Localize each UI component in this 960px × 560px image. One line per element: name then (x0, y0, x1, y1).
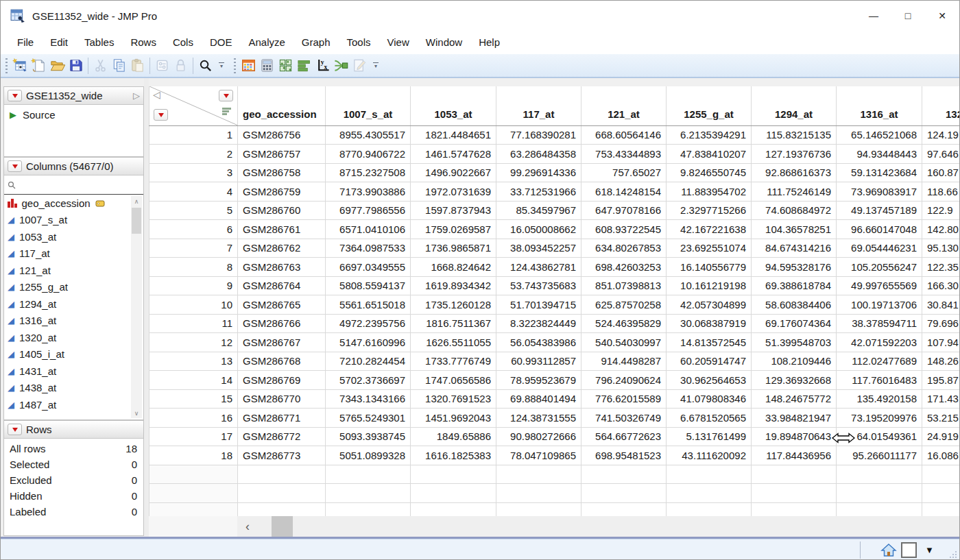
row-number[interactable]: 1 (149, 125, 238, 145)
cell-geo_accession[interactable]: GSM286759 (238, 182, 326, 202)
cell-1053_at[interactable]: 1619.8934342 (411, 276, 496, 295)
maximize-button[interactable]: □ (891, 1, 925, 31)
source-script-item[interactable]: ▶ Source (4, 105, 143, 125)
cell-1320_at[interactable]: 195.87 (922, 371, 960, 390)
menu-graph[interactable]: Graph (293, 31, 339, 54)
close-button[interactable]: ✕ (925, 1, 959, 31)
cell-1320_at[interactable]: 118.66 (922, 182, 960, 202)
cell-1255_g_at[interactable]: 10.161219198 (667, 276, 752, 295)
cell-1294_at[interactable]: 58.608384406 (752, 295, 837, 315)
cell-1320_at[interactable]: 95.130 (922, 239, 960, 258)
cell-1316_at[interactable]: 96.660147048 (837, 220, 922, 239)
minimize-button[interactable]: — (856, 1, 891, 31)
cell-1007_s_at[interactable]: 8715.2327508 (326, 163, 411, 182)
cell-1053_at[interactable]: 1626.5511055 (411, 333, 496, 352)
cell-1316_at[interactable]: 117.76016483 (837, 371, 922, 390)
menu-view[interactable]: View (379, 31, 418, 54)
column-item-117_at[interactable]: ◢117_at (4, 245, 143, 263)
row-number[interactable]: 13 (149, 352, 238, 371)
cell-1320_at[interactable]: 166.30 (922, 276, 960, 295)
cell-1294_at[interactable]: 129.36932668 (752, 371, 837, 390)
column-item-1316_at[interactable]: ◢1316_at (4, 313, 143, 330)
cell-1255_g_at[interactable]: 9.8246550745 (667, 163, 752, 182)
cell-geo_accession[interactable]: GSM286758 (238, 163, 326, 182)
cell-1294_at[interactable]: 69.388618784 (752, 276, 837, 295)
row-number[interactable]: 15 (149, 389, 238, 409)
cell-1320_at[interactable]: 97.646 (922, 145, 960, 164)
cell-1255_g_at[interactable]: 6.2135394291 (667, 125, 752, 145)
cell-117_at[interactable]: 99.296914336 (496, 163, 581, 182)
row-number[interactable]: 14 (149, 371, 238, 390)
color-swatch[interactable] (901, 542, 917, 558)
cell-geo_accession[interactable]: GSM286766 (238, 314, 326, 333)
cell-1294_at[interactable]: 117.84436956 (752, 446, 837, 465)
cell-1294_at[interactable]: 74.608684972 (752, 201, 837, 220)
cell-1255_g_at[interactable]: 11.883954702 (667, 182, 752, 202)
fit-y-by-x-icon[interactable]: y x (313, 56, 332, 75)
cell-1316_at[interactable]: 65.146521068 (837, 125, 922, 145)
toolbar-overflow-icon[interactable]: ▾ (371, 58, 381, 74)
column-item-1438_at[interactable]: ◢1438_at (4, 380, 143, 397)
sidebar-splitter[interactable] (144, 78, 149, 537)
open-data-table-icon[interactable] (48, 56, 67, 75)
cell-117_at[interactable]: 8.3223824449 (496, 314, 581, 333)
cell-1320_at[interactable]: 16.086 (922, 446, 960, 465)
scroll-left-icon[interactable]: ‹ (237, 516, 258, 537)
cell-1255_g_at[interactable]: 41.079808346 (667, 389, 752, 409)
cell-1320_at[interactable]: 171.43 (922, 389, 960, 409)
cell-1294_at[interactable]: 115.83215135 (752, 125, 837, 145)
cell-1007_s_at[interactable]: 5093.3938745 (326, 427, 411, 446)
cell-1007_s_at[interactable]: 7210.2824454 (326, 352, 411, 371)
cell-1294_at[interactable]: 111.75246149 (752, 182, 837, 202)
cell-geo_accession[interactable]: GSM286770 (238, 389, 326, 409)
cell-1320_at[interactable]: 148.26 (922, 352, 960, 371)
row-number[interactable]: 11 (149, 314, 238, 333)
cell-1007_s_at[interactable]: 5702.3736697 (326, 371, 411, 390)
cell-1255_g_at[interactable]: 42.167221638 (667, 220, 752, 239)
scrollbar-thumb[interactable] (132, 208, 141, 234)
cell-121_at[interactable]: 625.87570258 (581, 295, 667, 315)
cell-1255_g_at[interactable]: 30.068387919 (667, 314, 752, 333)
scroll-up-icon[interactable]: ∧ (131, 196, 142, 206)
cell-1007_s_at[interactable]: 7173.9903886 (326, 182, 411, 202)
cell-1320_at[interactable]: 122.9 (922, 201, 960, 220)
cell-1316_at[interactable]: 112.02477689 (837, 352, 922, 371)
cell-117_at[interactable]: 16.050008662 (496, 220, 581, 239)
cell-1053_at[interactable]: 1451.9692043 (411, 409, 496, 428)
cell-1294_at[interactable]: 104.36578251 (752, 220, 837, 239)
cell-1053_at[interactable]: 1816.7511367 (411, 314, 496, 333)
cell-1053_at[interactable]: 1759.0269587 (411, 220, 496, 239)
cell-121_at[interactable]: 851.07398813 (581, 276, 667, 295)
cell-1294_at[interactable]: 148.24675772 (752, 389, 837, 409)
cell-1255_g_at[interactable]: 2.3297715266 (667, 201, 752, 220)
row-number[interactable]: 8 (149, 258, 238, 277)
cell-1255_g_at[interactable]: 14.813572545 (667, 333, 752, 352)
columns-menu-button[interactable] (219, 90, 233, 101)
cell-1053_at[interactable]: 1736.9865871 (411, 239, 496, 258)
cell-117_at[interactable]: 38.093452257 (496, 239, 581, 258)
cell-121_at[interactable]: 564.66772623 (581, 427, 667, 446)
cell-1255_g_at[interactable]: 47.838410207 (667, 145, 752, 164)
cell-117_at[interactable]: 60.993112857 (496, 352, 581, 371)
cell-117_at[interactable]: 63.286484358 (496, 145, 581, 164)
cell-1053_at[interactable]: 1461.5747628 (411, 145, 496, 164)
rows-panel-menu-button[interactable] (8, 424, 22, 435)
toolbar-drag-handle[interactable] (5, 58, 8, 73)
cell-117_at[interactable]: 33.712531966 (496, 182, 581, 202)
cell-1007_s_at[interactable]: 8770.9406722 (326, 145, 411, 164)
cell-1007_s_at[interactable]: 7343.1343166 (326, 389, 411, 409)
cell-121_at[interactable]: 757.65027 (581, 163, 667, 182)
cell-1320_at[interactable]: 160.87 (922, 163, 960, 182)
cell-117_at[interactable]: 90.980272666 (496, 427, 581, 446)
table-panel-menu-button[interactable] (8, 90, 22, 101)
cell-geo_accession[interactable]: GSM286760 (238, 201, 326, 220)
cell-1007_s_at[interactable]: 5765.5249301 (326, 409, 411, 428)
cell-1316_at[interactable]: 49.997655569 (837, 276, 922, 295)
row-number[interactable]: 10 (149, 295, 238, 315)
cell-117_at[interactable]: 78.959523679 (496, 371, 581, 390)
cell-1007_s_at[interactable]: 5147.6160996 (326, 333, 411, 352)
menu-edit[interactable]: Edit (42, 31, 76, 54)
cell-geo_accession[interactable]: GSM286757 (238, 145, 326, 164)
cell-1053_at[interactable]: 1972.0731639 (411, 182, 496, 202)
column-header-1255_g_at[interactable]: 1255_g_at (667, 86, 752, 125)
